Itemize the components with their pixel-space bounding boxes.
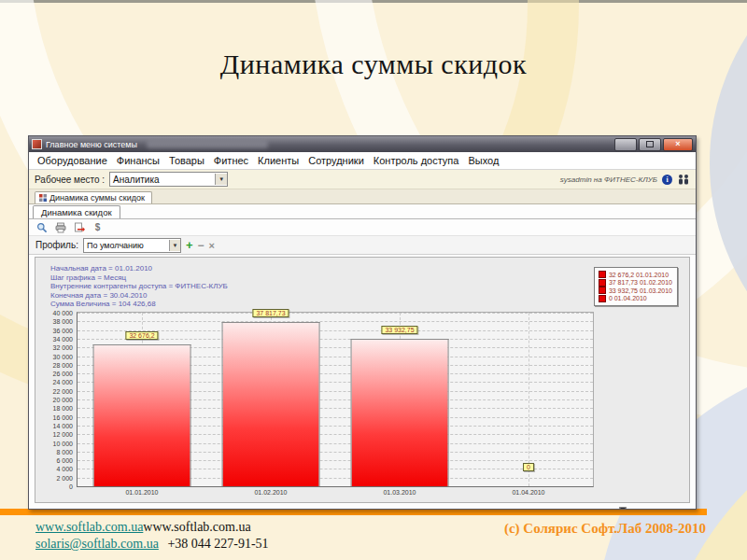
y-axis-tick-label: 38 000 — [53, 318, 73, 325]
profile-label: Профиль: — [35, 240, 78, 250]
copyright-text: (с) Солярис Софт.Лаб 2008-2010 — [504, 521, 706, 537]
maximize-icon — [646, 141, 654, 147]
legend-swatch — [599, 271, 606, 278]
x-axis-tick-label: 01.04.2010 — [512, 489, 544, 496]
tab-dynamics-discount-sum[interactable]: Динамика суммы скидок — [35, 191, 152, 203]
chart-bar[interactable] — [93, 344, 191, 486]
menu-item[interactable]: Сотрудники — [303, 155, 369, 166]
close-button[interactable]: × — [663, 138, 693, 151]
chart-legend: 32 676,2 01.01.201037 817,73 01.02.20103… — [594, 267, 678, 306]
remove-profile-icon[interactable]: − — [198, 241, 204, 250]
workspace-value: Аналитика — [113, 175, 160, 185]
chart-info-line: Конечная дата = 30.04.2010 — [50, 291, 228, 301]
add-profile-icon[interactable]: + — [186, 241, 193, 250]
y-gridline — [78, 313, 593, 314]
tab-dynamics-discount[interactable]: Динамика скидок — [33, 205, 120, 218]
y-axis-tick-label: 26 000 — [53, 371, 73, 377]
x-axis-tick-label: 01.01.2010 — [125, 489, 158, 496]
y-axis-tick-label: 28 000 — [53, 361, 73, 368]
y-axis-tick-label: 18 000 — [53, 405, 73, 412]
legend-entry: 37 817,73 01.02.2010 — [599, 279, 672, 287]
legend-label: 0 01.04.2010 — [609, 295, 647, 301]
minimize-button[interactable] — [614, 138, 637, 151]
menu-item[interactable]: Финансы — [112, 155, 164, 166]
legend-label: 32 676,2 01.01.2010 — [609, 272, 669, 278]
y-axis-tick-label: 34 000 — [53, 335, 73, 342]
chart-info-block: Начальная дата = 01.01.2010Шаг графика =… — [50, 264, 228, 309]
print-icon[interactable] — [54, 221, 66, 233]
y-axis-tick-label: 12 000 — [53, 431, 73, 438]
value-tooltip: 37 817,73 — [252, 309, 289, 317]
chart-info-line: Шаг графика = Месяц — [50, 273, 228, 283]
value-tooltip: 33 932,75 — [381, 326, 417, 334]
people-icon[interactable] — [677, 174, 690, 185]
menu-item[interactable]: Клиенты — [253, 155, 303, 166]
chart-bar[interactable] — [351, 339, 449, 486]
close-profile-icon[interactable]: × — [209, 241, 215, 250]
chart-bar[interactable] — [222, 322, 320, 486]
legend-swatch — [599, 295, 606, 302]
inner-tab-strip: Динамика скидок — [29, 204, 696, 219]
workspace-row: Рабочее место : Аналитика ▼ sysadmin на … — [29, 170, 696, 189]
y-axis-tick-label: 16 000 — [53, 413, 73, 420]
y-axis-tick-label: 2 000 — [56, 474, 73, 481]
window-titlebar[interactable]: Главное меню системы × — [29, 136, 696, 152]
footer-links: www.softlab.com.uawww.softlab.com.ua sol… — [35, 519, 269, 553]
y-axis-tick-label: 30 000 — [53, 353, 73, 359]
window-content: Динамика скидок $ Профиль: По умолчанию — [29, 204, 696, 509]
y-axis-tick-label: 4 000 — [56, 466, 73, 472]
x-gridline — [529, 313, 529, 486]
legend-swatch — [599, 287, 606, 294]
chart-tab-icon — [39, 194, 47, 202]
outer-tab-strip: Динамика суммы скидок — [29, 189, 696, 204]
x-axis-tick-label: 01.02.2010 — [254, 489, 287, 496]
profile-value: По умолчанию — [87, 241, 144, 250]
user-status: sysadmin на ФИТНЕС-КЛУБ i — [560, 174, 690, 185]
workspace-label: Рабочее место : — [35, 175, 105, 185]
y-axis-tick-label: 8 000 — [56, 448, 73, 455]
profile-row: Профиль: По умолчанию ▼ + − × — [29, 235, 696, 255]
legend-swatch — [599, 279, 606, 287]
y-axis-tick-label: 40 000 — [53, 310, 73, 316]
presentation-slide: Динамика суммы скидок Главное меню систе… — [0, 0, 747, 560]
minimize-icon — [619, 507, 626, 509]
chevron-down-icon[interactable]: ▼ — [215, 174, 227, 185]
value-tooltip: 0 — [523, 463, 534, 471]
y-axis-tick-label: 24 000 — [53, 379, 73, 385]
menu-item[interactable]: Оборудование — [33, 155, 112, 166]
chart-info-line: Сумма Величина = 104 426,68 — [50, 300, 228, 309]
tab-label: Динамика суммы скидок — [49, 193, 145, 203]
chart-panel: Начальная дата = 01.01.2010Шаг графика =… — [35, 257, 690, 503]
chart-toolbar: $ — [29, 219, 696, 235]
footer-divider-bar — [0, 509, 707, 515]
chart-plot-area: 40 00038 00036 00034 00032 00030 00028 0… — [77, 312, 594, 487]
info-icon[interactable]: i — [662, 175, 672, 185]
email-link[interactable]: solaris@softlab.com.ua — [35, 537, 159, 551]
maximize-button[interactable] — [639, 138, 661, 151]
app-window: Главное меню системы × ОборудованиеФинан… — [28, 135, 697, 510]
menu-item[interactable]: Контроль доступа — [369, 155, 464, 166]
workspace-select[interactable]: Аналитика ▼ — [109, 172, 228, 187]
zoom-search-icon[interactable] — [35, 221, 48, 233]
y-axis-tick-label: 0 — [69, 483, 73, 490]
legend-entry: 33 932,75 01.03.2010 — [599, 287, 672, 295]
y-axis-tick-label: 36 000 — [53, 327, 73, 333]
menu-item[interactable]: Товары — [164, 155, 209, 166]
website-link[interactable]: www.softlab.com.ua — [35, 520, 143, 534]
legend-entry: 0 01.04.2010 — [599, 295, 672, 303]
menu-item[interactable]: Выход — [463, 155, 503, 166]
legend-label: 33 932,75 01.03.2010 — [609, 287, 672, 294]
user-status-text: sysadmin на ФИТНЕС-КЛУБ — [560, 175, 657, 184]
legend-entry: 32 676,2 01.01.2010 — [599, 271, 672, 279]
export-icon[interactable] — [73, 221, 85, 233]
chevron-down-icon[interactable]: ▼ — [169, 240, 180, 251]
y-axis-tick-label: 32 000 — [53, 344, 73, 351]
profile-select[interactable]: По умолчанию ▼ — [83, 238, 181, 253]
x-axis-tick-label: 01.03.2010 — [383, 489, 416, 496]
menu-bar: ОборудованиеФинансыТоварыФитнесКлиентыСо… — [29, 152, 696, 170]
y-axis-tick-label: 14 000 — [53, 422, 73, 428]
currency-icon[interactable]: $ — [92, 221, 104, 233]
menu-item[interactable]: Фитнес — [209, 155, 253, 166]
phone-number: +38 044 227-91-51 — [167, 537, 268, 551]
y-axis-tick-label: 6 000 — [56, 457, 73, 464]
